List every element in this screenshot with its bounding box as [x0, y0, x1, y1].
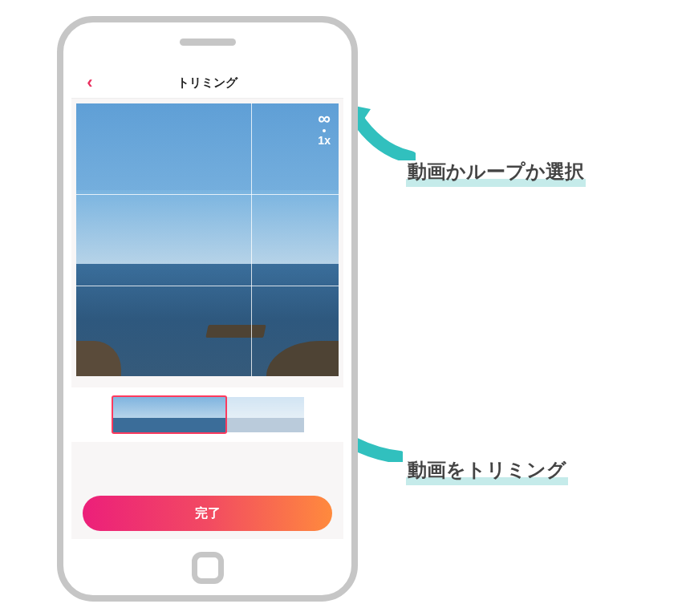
phone-frame: ‹ トリミング ∞ 1x [57, 16, 358, 602]
annotation-trim-video: 動画をトリミング [406, 457, 568, 488]
page-title: トリミング [177, 75, 237, 91]
annotation-loop-or-video: 動画かループか選択 [406, 159, 586, 189]
preview-rock [206, 325, 266, 338]
timeline-selection-handle[interactable] [112, 395, 227, 434]
preview-sky [76, 103, 339, 190]
grid-line [76, 194, 339, 195]
chevron-left-icon: ‹ [87, 72, 92, 93]
footer: 完了 [71, 481, 343, 539]
done-button[interactable]: 完了 [83, 496, 332, 531]
timeline-track[interactable] [112, 397, 304, 432]
titlebar: ‹ トリミング [71, 67, 343, 99]
done-button-label: 完了 [195, 505, 221, 522]
speed-button[interactable]: 1x [318, 134, 331, 147]
phone-speaker [180, 38, 236, 46]
grid-line [76, 286, 339, 286]
timeline-frame [227, 397, 266, 432]
dot-icon [323, 129, 326, 132]
grid-line [251, 103, 252, 376]
back-button[interactable]: ‹ [78, 67, 102, 98]
infinity-icon[interactable]: ∞ [318, 110, 331, 128]
phone-home-button [192, 552, 224, 584]
timeline [71, 387, 343, 442]
mode-column: ∞ 1x [318, 110, 331, 147]
timeline-frame [266, 397, 304, 432]
app-screen: ‹ トリミング ∞ 1x [71, 67, 343, 539]
video-preview[interactable]: ∞ 1x [76, 103, 339, 376]
preview-sky [76, 190, 339, 264]
